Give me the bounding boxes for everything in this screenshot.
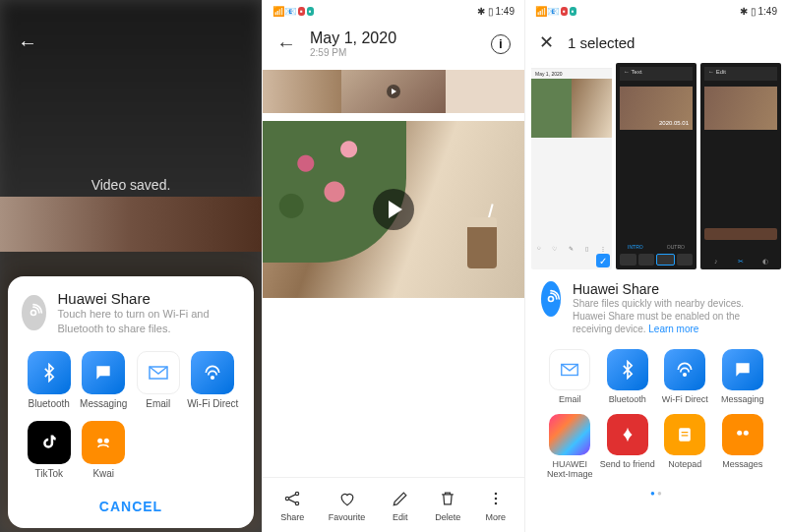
status-right: ✱ ▯ 1:49	[477, 6, 515, 17]
thumb-image: 2020.05.01	[620, 87, 693, 130]
messages-icon	[722, 414, 763, 455]
huawei-share-title: Huawei Share	[58, 290, 240, 307]
thumb-timeline	[704, 228, 777, 240]
cancel-button[interactable]: CANCEL	[22, 491, 240, 514]
huawei-share-subtitle: Touch here to turn on Wi-Fi and Bluetoot…	[58, 307, 240, 335]
action-label: Edit	[393, 512, 408, 522]
filmstrip-thumb[interactable]	[446, 70, 524, 113]
play-icon	[387, 85, 400, 98]
thumb-tabs: INTROOUTRO	[616, 244, 696, 250]
pencil-icon	[390, 488, 411, 509]
app-label: HUAWEI Next-Image	[541, 459, 599, 479]
filmstrip-thumb-current[interactable]	[341, 70, 446, 113]
app-label: Kwai	[92, 468, 114, 479]
svg-point-11	[549, 297, 554, 302]
play-button[interactable]	[373, 189, 414, 230]
email-icon	[549, 349, 590, 390]
svg-point-13	[684, 374, 687, 377]
app-notepad[interactable]: Notepad	[656, 414, 714, 479]
delete-button[interactable]: Delete	[435, 488, 460, 522]
app-tiktok[interactable]: TikTok	[22, 421, 77, 479]
panel-gallery-viewer: 📶📧▪▪ ✱ ▯ 1:49 ← May 1, 2020 2:59 PM i Sh…	[262, 0, 524, 532]
panel-selection-share: 📶📧▪▪ ✱ ▯ 1:49 ✕ 1 selected May 1, 2020 ○…	[524, 0, 787, 532]
status-left-icons: 📶📧▪▪	[272, 6, 314, 17]
thumb-image	[704, 87, 777, 130]
photo-time-subtitle: 2:59 PM	[310, 47, 396, 58]
toast-message: Video saved.	[0, 177, 262, 193]
huawei-icon	[607, 414, 648, 455]
app-bluetooth[interactable]: Bluetooth	[599, 349, 657, 404]
thumb-header-button: ← Edit	[704, 67, 777, 81]
app-wifi-direct[interactable]: Wi-Fi Direct	[656, 349, 714, 404]
app-label: Messaging	[721, 394, 764, 404]
app-send-to-friend[interactable]: Send to friend	[599, 414, 657, 479]
more-icon	[485, 488, 507, 509]
status-time: 1:49	[496, 6, 515, 17]
thumb-gallery-screen[interactable]: May 1, 2020 ○♡✎▯⋮ ✓	[531, 63, 612, 269]
thumb-tiles	[620, 254, 693, 266]
favourite-button[interactable]: Favourite	[329, 488, 366, 522]
app-label: Send to friend	[600, 459, 655, 469]
app-label: Email	[146, 398, 170, 409]
app-email[interactable]: Email	[131, 351, 186, 409]
huawei-share-text: Huawei Share Touch here to turn on Wi-Fi…	[58, 290, 240, 335]
app-label: Wi-Fi Direct	[187, 398, 238, 409]
svg-point-15	[737, 431, 742, 436]
status-bar: 📶📧▪▪ ✱ ▯ 1:49	[525, 0, 787, 22]
back-arrow-icon[interactable]: ←	[18, 31, 37, 54]
selected-checkmark-icon[interactable]: ✓	[596, 254, 610, 267]
photo-content	[467, 217, 497, 268]
app-messaging[interactable]: Messaging	[714, 349, 772, 404]
panel-share-sheet-dark: ← Video saved. Huawei Share Touch here t…	[0, 0, 262, 532]
svg-point-6	[296, 492, 299, 495]
filmstrip-thumb[interactable]	[263, 70, 341, 113]
huawei-share-text: Huawei Share Share files quickly with ne…	[573, 281, 771, 335]
app-label: Wi-Fi Direct	[662, 394, 708, 404]
app-label: TikTok	[34, 468, 63, 479]
header-text: May 1, 2020 2:59 PM	[310, 30, 396, 58]
huawei-share-row[interactable]: Huawei Share Touch here to turn on Wi-Fi…	[22, 290, 240, 335]
thumb-editor-edit[interactable]: ← Edit ♪✂◐	[700, 63, 781, 269]
bottom-action-bar: Share Favourite Edit Delete More	[263, 477, 524, 532]
selection-thumbnails: May 1, 2020 ○♡✎▯⋮ ✓ ← Text 2020.05.01 IN…	[525, 63, 787, 269]
photo-date-title: May 1, 2020	[310, 30, 396, 47]
share-app-grid: Bluetooth Messaging Email Wi-Fi Direct T…	[22, 351, 240, 491]
app-label: Bluetooth	[609, 394, 646, 404]
selection-count-title: 1 selected	[568, 34, 635, 51]
page-indicator: ● ●	[541, 489, 771, 498]
app-messaging[interactable]: Messaging	[77, 351, 132, 409]
notepad-icon	[664, 414, 705, 455]
svg-point-5	[286, 497, 289, 500]
learn-more-link[interactable]: Learn more	[648, 324, 698, 334]
photo-strip-preview	[0, 197, 262, 252]
main-media-view[interactable]	[263, 121, 524, 298]
trash-icon	[437, 488, 458, 509]
status-bar: 📶📧▪▪ ✱ ▯ 1:49	[263, 0, 524, 22]
filmstrip[interactable]	[263, 70, 524, 113]
app-email[interactable]: Email	[541, 349, 599, 404]
edit-button[interactable]: Edit	[390, 488, 411, 522]
bluetooth-icon	[607, 349, 648, 390]
huawei-share-title: Huawei Share	[573, 281, 771, 297]
wifi-direct-icon	[664, 349, 705, 390]
tab-outro: OUTRO	[667, 244, 685, 250]
thumb-editor-text[interactable]: ← Text 2020.05.01 INTROOUTRO	[616, 63, 696, 269]
wifi-direct-icon	[191, 351, 234, 394]
date-overlay: 2020.05.01	[659, 120, 689, 126]
app-huawei-next-image[interactable]: HUAWEI Next-Image	[541, 414, 599, 479]
thumb-toolbar: ♪✂◐	[704, 258, 777, 266]
app-messages[interactable]: Messages	[714, 414, 772, 479]
action-label: Share	[280, 512, 304, 522]
app-bluetooth[interactable]: Bluetooth	[22, 351, 77, 409]
close-icon[interactable]: ✕	[539, 31, 554, 53]
more-button[interactable]: More	[485, 488, 507, 522]
app-wifi-direct[interactable]: Wi-Fi Direct	[186, 351, 241, 409]
app-kwai[interactable]: Kwai	[77, 421, 132, 479]
info-icon[interactable]: i	[491, 34, 511, 54]
back-arrow-icon[interactable]: ←	[276, 32, 296, 55]
share-icon	[281, 488, 303, 509]
huawei-share-row[interactable]: Huawei Share Share files quickly with ne…	[541, 281, 771, 335]
share-button[interactable]: Share	[280, 488, 304, 522]
action-label: Delete	[435, 512, 460, 522]
status-left-icons: 📶📧▪▪	[535, 6, 576, 17]
